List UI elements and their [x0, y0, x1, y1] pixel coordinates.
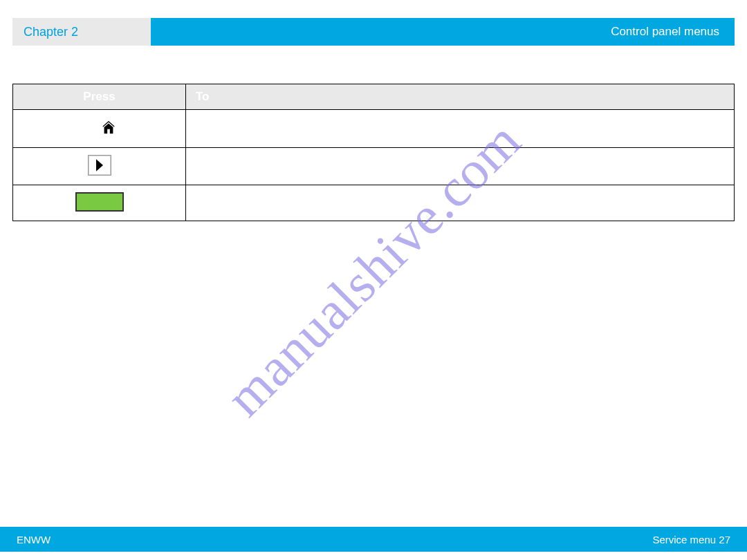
steps-table: Press To The Setup button Open the contr…: [12, 84, 735, 221]
press-suffix: button: [123, 123, 152, 135]
footer-right: Service menu 27: [652, 534, 730, 545]
footer-left: ENWW: [17, 534, 50, 545]
ok-button-icon: [75, 192, 124, 212]
right-arrow-icon: [88, 155, 111, 176]
chapter-number: Chapter 2: [12, 18, 151, 46]
press-prefix: The Setup: [46, 123, 94, 135]
table-row: Select the Restore defaults menu, and th…: [13, 148, 735, 185]
col-header-press: Press: [13, 84, 186, 110]
table-row: Reset the product to the original factor…: [13, 185, 735, 221]
table-row: The Setup button Open the control panel …: [13, 110, 735, 148]
bottom-banner: ENWW Service menu 27: [0, 527, 747, 552]
to-cell: Open the control panel menus. Use the na…: [186, 110, 735, 148]
col-header-to: To: [186, 84, 735, 110]
to-cell: Reset the product to the original factor…: [186, 185, 735, 221]
intro-text: To perform a full system reset, complete…: [12, 68, 735, 80]
to-cell: Select the Restore defaults menu, and th…: [186, 148, 735, 185]
setup-home-icon: [101, 120, 116, 138]
chapter-title: Control panel menus: [151, 18, 735, 46]
top-banner: Chapter 2 Control panel menus: [12, 18, 735, 46]
content-area: To perform a full system reset, complete…: [12, 68, 735, 221]
